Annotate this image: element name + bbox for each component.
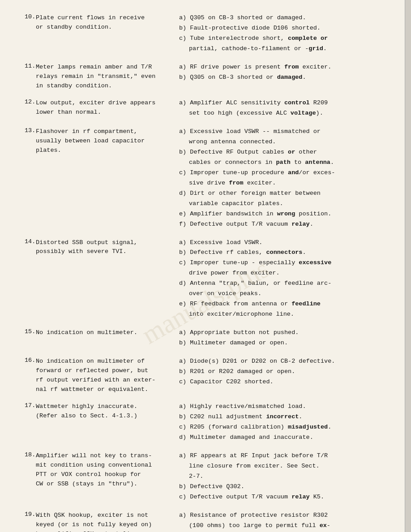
cause-list: a) Resistance of protective resistor R30… (179, 511, 386, 532)
cause-item: c) Tube interelectrode short, complete o… (179, 34, 386, 43)
cause-item: b) R201 or R202 damaged or open. (179, 367, 386, 377)
cause-item: a) Diode(s) D201 or D202 on CB-2 defecti… (179, 357, 386, 366)
table-row: 11.Meter lamps remain amber and T/Rrelay… (25, 63, 386, 91)
row-number: 15. (25, 328, 36, 335)
cause-item: b) Q305 on CB-3 shorted or damaged. (179, 73, 386, 82)
cause-item: a) Excessive load VSWR. (179, 238, 386, 248)
row-number: 18. (25, 451, 36, 458)
cause-item-continuation: drive power from exciter. (189, 269, 386, 278)
cause-item: a) Resistance of protective resistor R30… (179, 511, 386, 520)
table-row: 16.No indication on multimeter offorward… (25, 357, 386, 395)
cause-item: e) Amplifier bandswitch in wrong positio… (179, 210, 386, 219)
cause-item: a) Appropriate button not pushed. (179, 328, 386, 338)
cause-item: b) Multimeter damaged or open. (179, 339, 386, 348)
cause-list: a) Excessive load VSWR.b) Defective rf c… (179, 238, 386, 320)
row-number: 13. (25, 127, 36, 134)
cause-list: a) Q305 on CB-3 shorted or damaged.b) Fa… (179, 13, 386, 55)
cause-item: b) C202 null adjustment incorrect. (179, 412, 386, 422)
table-row: 12.Low output, exciter drive appearslowe… (25, 99, 386, 119)
row-number: 19. (25, 511, 36, 518)
cause-item-continuation: sive drive from exciter. (189, 179, 386, 188)
cause-item-continuation: cables or connectors in path to antenna. (189, 158, 386, 167)
symptom-text: With QSK hookup, exciter is notkeyed (or… (36, 511, 179, 532)
cause-item-continuation: partial, cathode-to-filament or -grid. (189, 44, 386, 54)
cause-item-continuation: over on voice peaks. (189, 289, 386, 299)
row-number: 11. (25, 63, 36, 69)
table-row: 17.Wattmeter highly inaccurate.(Refer al… (25, 402, 386, 443)
table-row: 13.Flashover in rf compartment,usually b… (25, 127, 386, 230)
cause-item: f) Defective output T/R vacuum relay. (179, 220, 386, 229)
symptom-text: Plate current flows in receiveor standby… (36, 13, 179, 32)
row-number: 10. (25, 13, 36, 20)
cause-item: c) R205 (forward calibration) misadjuste… (179, 423, 386, 432)
cause-item: a) RF drive power is present from excite… (179, 63, 386, 72)
scrollbar[interactable] (405, 0, 411, 532)
cause-list: a) RF drive power is present from excite… (179, 63, 386, 83)
symptom-text: Flashover in rf compartment,usually betw… (36, 127, 179, 155)
cause-item-continuation: (100 ohms) too large to permit full ex- (189, 521, 386, 531)
symptom-text: Low output, exciter drive appearslower t… (36, 99, 179, 117)
cause-list: a) Appropriate button not pushed.b) Mult… (179, 328, 386, 349)
cause-item: c) Capacitor C202 shorted. (179, 378, 386, 387)
table-row: 14.Distorted SSB output signal,possibly … (25, 238, 386, 320)
cause-item: a) Highly reactive/mismatched load. (179, 402, 386, 412)
cause-item-continuation: set too high (excessive ALC voltage). (189, 109, 386, 118)
cause-item: d) Multimeter damaged and inaccurate. (179, 433, 386, 442)
row-number: 17. (25, 402, 36, 409)
cause-item: e) RF feedback from antenna or feedline (179, 300, 386, 309)
cause-item: b) Defective rf cables, connectors. (179, 248, 386, 257)
symptom-text: No indication on multimeter offorward or… (36, 357, 179, 395)
cause-item: a) Excessive load VSWR -- mismatched or (179, 127, 386, 137)
cause-item: a) Amplifier ALC sensitivity control R20… (179, 99, 386, 108)
table-row: 10.Plate current flows in receiveor stan… (25, 13, 386, 55)
cause-item: b) Defective RF Output cables or other (179, 148, 386, 157)
table-row: 15.No indication on multimeter.a) Approp… (25, 328, 386, 349)
cause-list: a) Diode(s) D201 or D202 on CB-2 defecti… (179, 357, 386, 388)
table-row: 19.With QSK hookup, exciter is notkeyed … (25, 511, 386, 532)
cause-item: c) Defective output T/R vacuum relay K5. (179, 493, 386, 502)
cause-item: a) Q305 on CB-3 shorted or damaged. (179, 13, 386, 23)
symptom-text: Amplifier will not key to trans-mit cond… (36, 451, 179, 489)
symptom-text: Distorted SSB output signal,possibly wit… (36, 238, 179, 257)
cause-item: c) Improper tune-up procedure and/or exc… (179, 168, 386, 178)
cause-item-continuation: 2-7. (189, 472, 386, 481)
content: 10.Plate current flows in receiveor stan… (25, 13, 386, 532)
row-number: 14. (25, 238, 36, 245)
cause-item-continuation: line closure from exciter. See Sect. (189, 462, 386, 471)
cause-item: c) Improper tune-up - especially excessi… (179, 258, 386, 268)
cause-item: a) RF appears at RF Input jack before T/… (179, 451, 386, 461)
cause-item: d) Dirt or other foreign matter between (179, 189, 386, 198)
table-row: 18.Amplifier will not key to trans-mit c… (25, 451, 386, 503)
cause-list: a) RF appears at RF Input jack before T/… (179, 451, 386, 503)
cause-item: b) Defective Q302. (179, 482, 386, 492)
page: manuals.plus 10.Plate current flows in r… (0, 0, 411, 532)
row-number: 16. (25, 357, 36, 364)
symptom-text: No indication on multimeter. (36, 328, 179, 338)
symptom-text: Meter lamps remain amber and T/Rrelays r… (36, 63, 179, 91)
cause-list: a) Amplifier ALC sensitivity control R20… (179, 99, 386, 119)
symptom-text: Wattmeter highly inaccurate.(Refer also … (36, 402, 179, 421)
cause-item-continuation: wrong antenna connected. (189, 137, 386, 147)
cause-item: b) Fault-protective diode D106 shorted. (179, 24, 386, 33)
cause-item-continuation: variable capacitor plates. (189, 199, 386, 209)
cause-list: a) Excessive load VSWR -- mismatched orw… (179, 127, 386, 230)
row-number: 12. (25, 99, 36, 105)
cause-list: a) Highly reactive/mismatched load.b) C2… (179, 402, 386, 443)
cause-item: d) Antenna "trap," balun, or feedline ar… (179, 279, 386, 288)
cause-item-continuation: into exciter/microphone line. (189, 310, 386, 319)
